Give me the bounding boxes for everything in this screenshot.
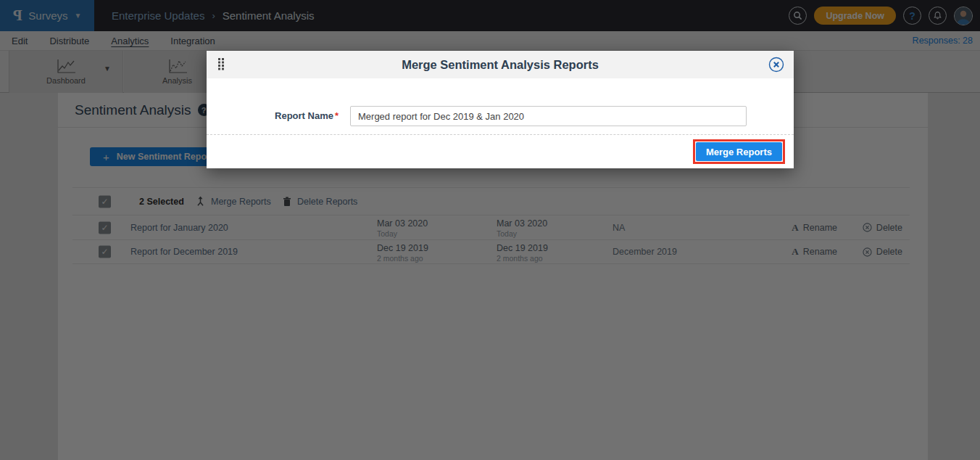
- close-icon[interactable]: [768, 57, 784, 75]
- drag-handle-icon[interactable]: [217, 57, 225, 73]
- merge-reports-submit-button[interactable]: Merge Reports: [696, 142, 782, 161]
- app-screen: P Surveys ▼ Enterprise Updates › Sentime…: [0, 0, 980, 460]
- modal-title: Merge Sentiment Analysis Reports: [207, 58, 794, 72]
- modal-body: Report Name* Merge Reports: [207, 78, 794, 168]
- report-name-input[interactable]: [350, 106, 747, 126]
- required-asterisk: *: [335, 110, 339, 121]
- report-name-label: Report Name*: [207, 110, 339, 121]
- footer-divider: [207, 134, 794, 135]
- modal-header: Merge Sentiment Analysis Reports: [207, 51, 794, 78]
- merge-reports-modal: Merge Sentiment Analysis Reports Report …: [207, 51, 794, 168]
- click-target-highlight: Merge Reports: [693, 139, 785, 164]
